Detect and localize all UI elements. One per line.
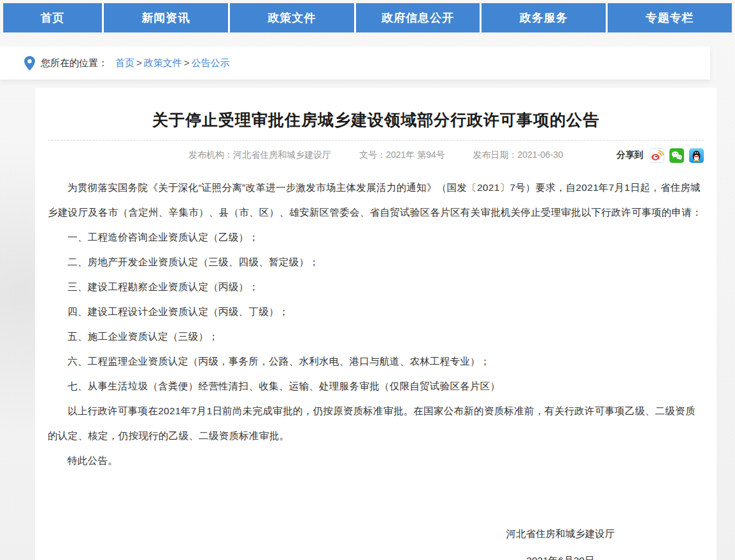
- article-meta: 发布机构：河北省住房和城乡建设厅 文号：2021年 第94号 发布日期：2021…: [48, 141, 704, 170]
- paragraph-closing: 以上行政许可事项在2021年7月1日前尚未完成审批的，仍按原资质标准审批。在国家…: [48, 398, 704, 448]
- meta-doc-number: 文号：2021年 第94号: [359, 150, 445, 161]
- share-label: 分享到: [617, 150, 643, 161]
- nav-item-gov-services[interactable]: 政务服务: [482, 3, 606, 32]
- list-item-3: 三、建设工程勘察企业资质认定（丙级）；: [48, 274, 704, 299]
- breadcrumb: 您所在的位置： 首页>政策文件>公告公示: [0, 46, 710, 80]
- list-item-5: 五、施工企业资质认定（三级）；: [48, 324, 704, 349]
- paragraph-intro: 为贯彻落实国务院《关于深化“证照分离”改革进一步激发市场主体发展活力的通知》（国…: [48, 175, 704, 225]
- meta-publish-date: 发布日期：2021-06-30: [473, 150, 563, 161]
- list-item-7: 七、从事生活垃圾（含粪便）经营性清扫、收集、运输、处理服务审批（仅限自贸试验区各…: [48, 374, 704, 398]
- share-bar: 分享到: [617, 141, 704, 170]
- signature-org: 河北省住房和城乡建设厅: [506, 521, 615, 547]
- list-item-2: 二、房地产开发企业资质认定（三级、四级、暂定级）；: [48, 249, 704, 274]
- nav-item-gov-info[interactable]: 政府信息公开: [356, 3, 480, 32]
- breadcrumb-label: 您所在的位置：: [41, 57, 108, 69]
- nav-item-policy-documents[interactable]: 政策文件: [230, 3, 354, 32]
- page-title: 关于停止受理审批住房城乡建设领域部分行政许可事项的公告: [54, 109, 697, 130]
- top-nav: 首页 新闻资讯 政策文件 政府信息公开 政务服务 专题专栏: [3, 3, 732, 32]
- breadcrumb-separator: >: [136, 57, 142, 68]
- article-card: 关于停止受理审批住房城乡建设领域部分行政许可事项的公告 发布机构：河北省住房和城…: [35, 88, 717, 560]
- breadcrumb-links: 首页>政策文件>公告公示: [115, 57, 230, 69]
- paragraph-notice: 特此公告。: [48, 448, 704, 473]
- list-item-4: 四、建设工程设计企业资质认定（丙级、丁级）；: [48, 299, 704, 324]
- breadcrumb-link-notices[interactable]: 公告公示: [192, 57, 230, 68]
- signature-block: 河北省住房和城乡建设厅 2021年6月30日: [506, 521, 615, 560]
- location-pin-icon: [24, 56, 35, 71]
- meta-agency: 发布机构：河北省住房和城乡建设厅: [189, 150, 331, 161]
- breadcrumb-link-home[interactable]: 首页: [115, 57, 134, 68]
- breadcrumb-separator: >: [184, 57, 190, 68]
- nav-item-home[interactable]: 首页: [3, 3, 102, 32]
- qq-icon[interactable]: [689, 148, 704, 163]
- article-body: 为贯彻落实国务院《关于深化“证照分离”改革进一步激发市场主体发展活力的通知》（国…: [48, 175, 704, 473]
- wechat-icon[interactable]: [669, 148, 684, 163]
- weibo-icon[interactable]: [650, 148, 664, 163]
- list-item-1: 一、工程造价咨询企业资质认定（乙级）；: [48, 225, 704, 249]
- nav-item-special-columns[interactable]: 专题专栏: [608, 3, 732, 32]
- list-item-6: 六、工程监理企业资质认定（丙级，事务所，公路、水利水电、港口与航道、农林工程专业…: [48, 349, 704, 374]
- signature-date: 2021年6月30日: [506, 547, 615, 560]
- breadcrumb-link-policy[interactable]: 政策文件: [144, 57, 182, 68]
- nav-item-news[interactable]: 新闻资讯: [104, 3, 228, 32]
